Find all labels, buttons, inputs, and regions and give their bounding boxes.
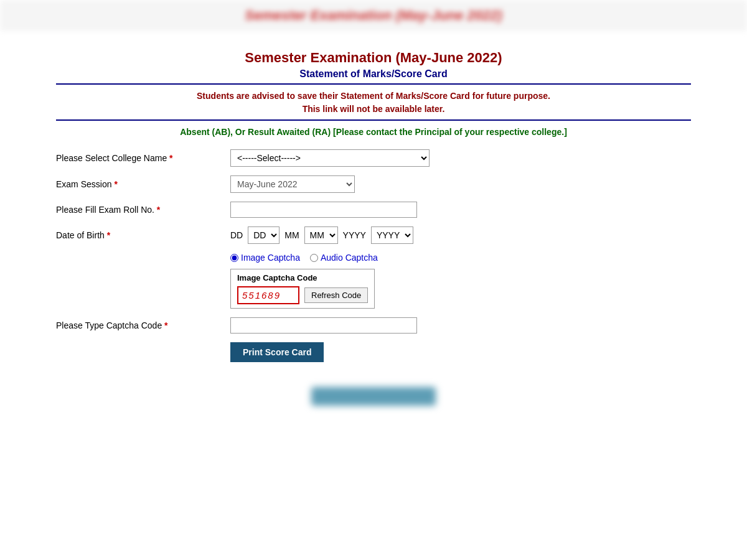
advisory-text: Students are advised to save their State… [56,90,691,116]
dob-mm-select[interactable]: MM 01020304 05060708 09101112 [304,226,338,244]
captcha-code-display [237,286,299,304]
dob-control-area: DD DD 0102030405 0607080910 1112131415 1… [230,226,691,244]
roll-row: Please Fill Exam Roll No. * [56,202,691,218]
college-label: Please Select College Name * [56,153,230,163]
captcha-box: Image Captcha Code Refresh Code [230,269,375,309]
captcha-box-title: Image Captcha Code [237,273,368,282]
college-select[interactable]: <-----Select-----> [230,149,430,167]
absent-text: Absent (AB), Or Result Awaited (RA) [Ple… [56,127,691,137]
image-captcha-label[interactable]: Image Captcha [230,253,300,263]
dob-required: * [107,230,110,240]
dob-row: Date of Birth * DD DD 0102030405 0607080… [56,226,691,244]
top-blurred-text: Semester Examination (May-June 2022) [245,7,502,23]
dob-label: Date of Birth * [56,230,230,240]
captcha-input-label: Please Type Captcha Code * [56,320,230,330]
divider-bottom [56,119,691,121]
dob-yyyy-label: YYYY [343,230,366,240]
roll-required: * [157,205,160,215]
captcha-input-row: Please Type Captcha Code * [56,317,691,334]
image-captcha-radio[interactable] [230,254,238,262]
exam-session-select[interactable]: May-June 2022 [230,175,355,193]
advisory-line2: This link will not be available later. [303,104,445,114]
audio-captcha-label[interactable]: Audio Captcha [310,253,378,263]
captcha-inner-row: Refresh Code [237,286,368,304]
top-blurred-banner: Semester Examination (May-June 2022) [0,0,747,31]
bottom-blurred-bar [311,387,436,406]
form-section: Please Select College Name * <-----Selec… [56,149,691,362]
roll-control-area [230,202,691,218]
audio-captcha-radio[interactable] [310,254,318,262]
roll-label: Please Fill Exam Roll No. * [56,205,230,215]
college-row: Please Select College Name * <-----Selec… [56,149,691,167]
college-required: * [169,153,172,163]
exam-session-row: Exam Session * May-June 2022 [56,175,691,193]
captcha-section: Image Captcha Audio Captcha Image Captch… [230,253,691,309]
captcha-required: * [164,320,167,330]
exam-session-control-area: May-June 2022 [230,175,691,193]
audio-captcha-text: Audio Captcha [321,253,378,263]
exam-session-required: * [114,179,117,189]
main-content: Semester Examination (May-June 2022) Sta… [31,31,716,432]
advisory-line1: Students are advised to save their State… [197,91,550,101]
image-captcha-text: Image Captcha [241,253,300,263]
dob-selects-row: DD DD 0102030405 0607080910 1112131415 1… [230,226,691,244]
roll-input[interactable] [230,202,417,218]
print-score-card-button[interactable]: Print Score Card [230,342,324,362]
dob-dd-label: DD [230,230,243,240]
dob-dd-select[interactable]: DD 0102030405 0607080910 1112131415 1617… [248,226,280,244]
dob-mm-label: MM [284,230,299,240]
bottom-blurred-area [56,387,691,408]
refresh-code-button[interactable]: Refresh Code [304,287,368,303]
page-subtitle: Statement of Marks/Score Card [56,68,691,80]
exam-session-label: Exam Session * [56,179,230,189]
dob-yyyy-select[interactable]: YYYY 1990199119921993 1994199519961997 1… [371,226,413,244]
captcha-type-row: Image Captcha Audio Captcha [230,253,691,263]
page-wrapper: Semester Examination (May-June 2022) Sem… [0,0,747,560]
divider-top [56,83,691,85]
page-title: Semester Examination (May-June 2022) [56,50,691,66]
captcha-input[interactable] [230,317,417,334]
college-control-area: <-----Select-----> [230,149,691,167]
print-button-row: Print Score Card [230,342,691,362]
captcha-input-control-area [230,317,691,334]
